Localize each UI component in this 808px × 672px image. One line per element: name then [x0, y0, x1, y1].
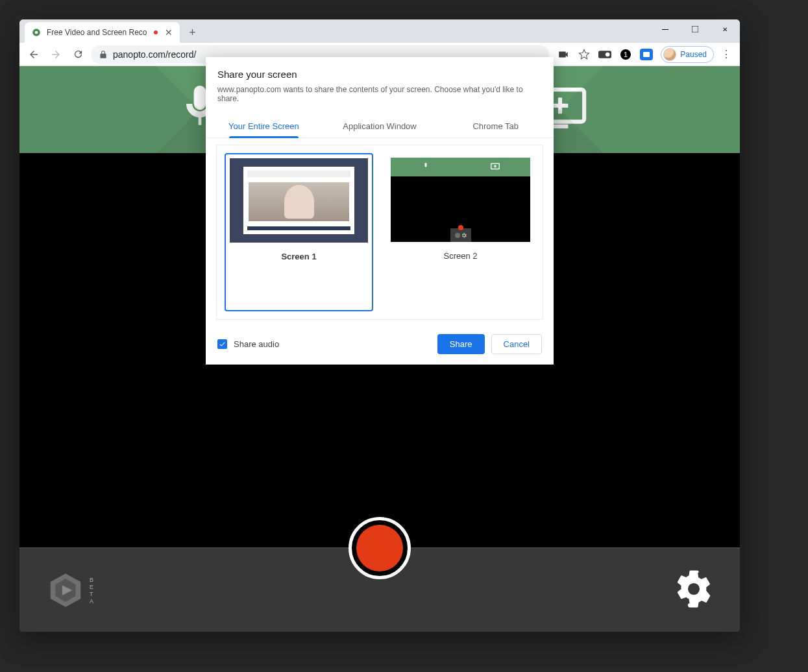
share-button[interactable]: Share [437, 334, 485, 354]
svg-rect-3 [692, 26, 698, 32]
dialog-header: Share your screen www.panopto.com wants … [206, 57, 554, 107]
dialog-actions: Share Cancel [437, 334, 542, 354]
nav-forward-button[interactable] [47, 45, 65, 64]
share-audio-label: Share audio [234, 339, 279, 349]
svg-rect-2 [662, 29, 668, 30]
url-text: panopto.com/record/ [113, 49, 196, 60]
extension-3-icon[interactable] [640, 48, 653, 61]
extension-1-icon[interactable] [598, 48, 611, 61]
svg-point-5 [606, 52, 610, 56]
tab-chrome-tab[interactable]: Chrome Tab [437, 115, 554, 138]
svg-text:T: T [90, 591, 93, 597]
profile-label: Paused [680, 50, 707, 59]
panopto-favicon-icon [31, 27, 42, 38]
svg-text:A: A [90, 598, 93, 605]
window-maximize-button[interactable] [680, 19, 710, 39]
extension-2-icon[interactable]: 1 [619, 48, 632, 61]
video-camera-icon[interactable] [557, 48, 570, 61]
dialog-tabs: Your Entire Screen Application Window Ch… [206, 115, 554, 138]
svg-point-21 [458, 225, 463, 230]
avatar-icon [663, 48, 676, 61]
record-indicator-icon [356, 525, 403, 571]
window-controls: ✕ [650, 19, 740, 39]
svg-text:E: E [90, 584, 93, 590]
browser-menu-button[interactable]: ⋮ [718, 45, 735, 64]
svg-point-1 [35, 31, 38, 34]
profile-chip[interactable]: Paused [661, 46, 714, 63]
browser-tab[interactable]: Free Video and Screen Reco ✕ [25, 22, 180, 43]
dialog-body: Screen 1 Screen 2 [216, 145, 543, 320]
screen-2-label: Screen 2 [391, 242, 530, 265]
svg-text:B: B [90, 577, 93, 583]
tab-application-window[interactable]: Application Window [322, 115, 438, 138]
window-close-button[interactable]: ✕ [710, 19, 740, 39]
extension-icons: 1 [553, 48, 657, 61]
cancel-button[interactable]: Cancel [491, 334, 542, 354]
svg-rect-11 [552, 125, 568, 128]
share-audio-checkbox[interactable]: Share audio [217, 339, 279, 349]
panopto-logo: B E T A [45, 570, 97, 610]
gear-icon [674, 569, 714, 609]
screen-2-thumbnail [391, 158, 530, 242]
screen-1-label: Screen 1 [230, 243, 368, 265]
recording-indicator-icon [153, 29, 159, 36]
record-button[interactable] [349, 517, 411, 579]
tab-entire-screen[interactable]: Your Entire Screen [206, 115, 322, 138]
checkbox-checked-icon [217, 339, 227, 349]
bottom-bar: B E T A [19, 547, 740, 632]
svg-rect-9 [643, 52, 650, 57]
screen-2-option[interactable]: Screen 2 [386, 153, 535, 311]
screen-1-option[interactable]: Screen 1 [225, 153, 373, 311]
dialog-subtitle: www.panopto.com wants to share the conte… [217, 85, 542, 103]
settings-button[interactable] [674, 569, 714, 612]
dialog-title: Share your screen [217, 69, 542, 80]
nav-back-button[interactable] [25, 45, 43, 64]
lock-icon [99, 50, 108, 59]
browser-window: Free Video and Screen Reco ✕ + ✕ panopto… [19, 19, 740, 632]
star-icon[interactable] [578, 48, 591, 61]
tab-title: Free Video and Screen Reco [47, 28, 147, 37]
window-minimize-button[interactable] [650, 19, 680, 39]
beta-badge: B E T A [90, 575, 97, 605]
svg-text:1: 1 [624, 51, 628, 58]
share-screen-dialog: Share your screen www.panopto.com wants … [206, 57, 554, 365]
screen-1-thumbnail [230, 158, 368, 243]
svg-point-20 [455, 233, 460, 238]
new-tab-button[interactable]: + [184, 23, 202, 42]
titlebar: Free Video and Screen Reco ✕ + ✕ [19, 19, 740, 43]
tab-close-button[interactable]: ✕ [164, 28, 173, 37]
dialog-footer: Share audio Share Cancel [206, 320, 554, 354]
nav-reload-button[interactable] [69, 45, 87, 64]
panopto-logo-icon [45, 570, 86, 610]
